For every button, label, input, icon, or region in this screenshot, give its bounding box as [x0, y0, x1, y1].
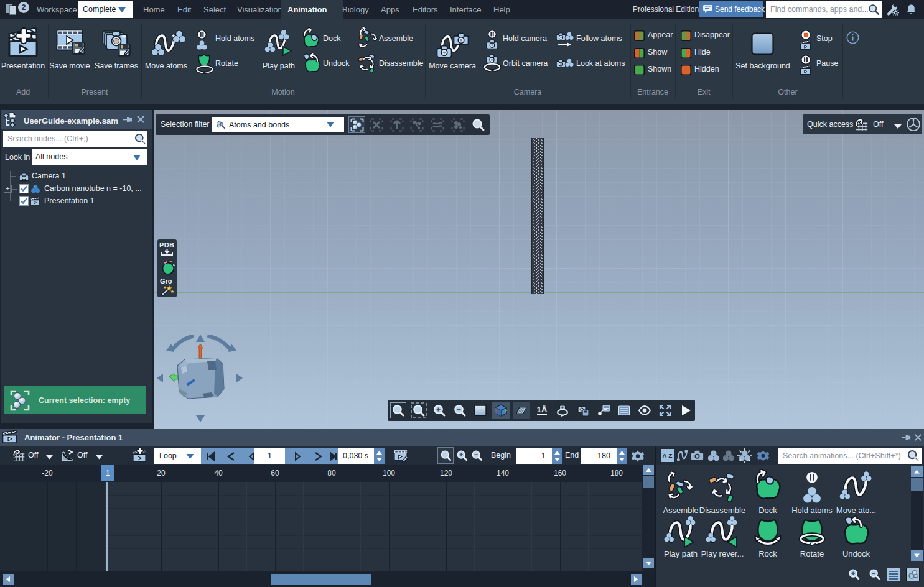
svg-text:1Å: 1Å: [537, 405, 548, 414]
